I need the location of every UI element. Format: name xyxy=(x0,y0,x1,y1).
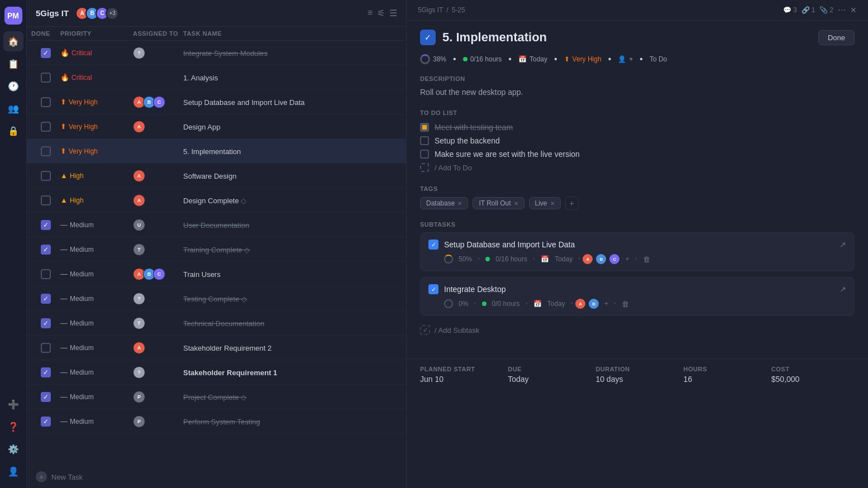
task-checkbox[interactable]: ✓ xyxy=(41,367,51,377)
menu-icon[interactable]: ☰ xyxy=(389,8,397,18)
sidebar-icon-lock[interactable]: 🔒 xyxy=(3,121,23,141)
task-row[interactable]: ✓—Medium?Stakeholder Requirement 1 xyxy=(27,360,406,385)
add-task-row[interactable]: + New Task xyxy=(27,466,406,488)
meta-progress[interactable]: 38% xyxy=(420,54,446,64)
sidebar-icon-profile[interactable]: 👤 xyxy=(3,461,23,481)
close-icon[interactable]: ✕ xyxy=(850,6,857,15)
sidebar-icon-home[interactable]: 🏠 xyxy=(3,31,23,51)
subtask-title-2[interactable]: Integrate Desktop xyxy=(444,285,506,294)
sidebar-icon-tasks[interactable]: 📋 xyxy=(3,54,23,74)
task-row[interactable]: —MediumAStakeholder Requirement 2 xyxy=(27,336,406,360)
task-row[interactable]: —MediumABCTrain Users xyxy=(27,262,406,286)
tag-live[interactable]: Live ✕ xyxy=(529,197,561,209)
task-row[interactable]: ✓🔥Critical?Integrate System Modules xyxy=(27,41,406,65)
subtask-check-2[interactable]: ✓ xyxy=(428,284,438,294)
task-row[interactable]: ⬆Very HighABCSetup Database and Import L… xyxy=(27,90,406,114)
sidebar-icon-team[interactable]: 👥 xyxy=(3,98,23,118)
subtask-delete-1[interactable]: 🗑 xyxy=(643,255,650,264)
task-checkbox[interactable] xyxy=(41,146,51,156)
task-row[interactable]: ▲HighASoftware Design xyxy=(27,164,406,188)
task-row[interactable]: 🔥Critical1. Analysis xyxy=(27,65,406,90)
task-checkbox[interactable] xyxy=(41,73,51,83)
sidebar-icon-add[interactable]: ➕ xyxy=(3,394,23,414)
todo-check-1[interactable] xyxy=(420,123,429,132)
task-checkbox[interactable] xyxy=(41,171,51,181)
subtask-add-2[interactable]: + xyxy=(604,300,608,308)
breadcrumb-sprint[interactable]: 5-25 xyxy=(452,6,465,14)
task-checkbox[interactable]: ✓ xyxy=(41,220,51,230)
description-label: DESCRIPTION xyxy=(420,75,855,82)
duration-value[interactable]: 10 days xyxy=(595,375,679,384)
task-checkbox[interactable]: ✓ xyxy=(41,392,51,402)
hours-value-bottom[interactable]: 16 xyxy=(684,375,767,384)
list-icon[interactable]: ≡ xyxy=(368,8,373,18)
task-main-title[interactable]: 5. Implementation xyxy=(442,30,547,45)
subtask-title-1[interactable]: Setup Database and Import Live Data xyxy=(444,240,575,249)
add-task-icon[interactable]: + xyxy=(36,471,47,482)
done-button[interactable]: Done xyxy=(818,30,855,45)
subtask-delete-2[interactable]: 🗑 xyxy=(622,300,629,308)
task-checkbox[interactable]: ✓ xyxy=(41,294,51,304)
col-priority[interactable]: PRIORITY xyxy=(60,30,133,37)
todo-check-3[interactable] xyxy=(420,150,429,159)
assign-add[interactable]: + xyxy=(629,55,633,63)
task-row[interactable]: ⬆Very High5. Implementation xyxy=(27,139,406,164)
subtask-link-1[interactable]: ↗ xyxy=(840,240,846,249)
task-checkbox[interactable] xyxy=(41,195,51,205)
todo-check-2[interactable] xyxy=(420,136,429,145)
add-subtask-row[interactable]: ✓ / Add Subtask xyxy=(420,322,855,338)
todo-item-1[interactable]: Meet with testing team xyxy=(420,121,855,134)
tag-database[interactable]: Database ✕ xyxy=(420,197,468,209)
links-count[interactable]: 🔗 1 xyxy=(802,6,815,14)
add-tag-button[interactable]: + xyxy=(565,197,579,210)
subtask-add-1[interactable]: + xyxy=(625,255,629,263)
tag-live-remove[interactable]: ✕ xyxy=(550,200,555,207)
meta-assign[interactable]: 👤 + xyxy=(618,55,633,63)
add-subtask-label[interactable]: / Add Subtask xyxy=(435,326,479,334)
add-task-label[interactable]: New Task xyxy=(51,473,83,481)
due-value[interactable]: Today xyxy=(508,375,591,384)
cost-value[interactable]: $50,000 xyxy=(771,375,855,384)
tag-itrollout-remove[interactable]: ✕ xyxy=(514,200,518,207)
todo-item-2[interactable]: Setup the backend xyxy=(420,134,855,147)
subtask-check-1[interactable]: ✓ xyxy=(428,240,438,250)
task-row[interactable]: ✓—Medium?Testing Complete ◇ xyxy=(27,286,406,311)
task-row[interactable]: ✓—MediumPProject Complete ◇ xyxy=(27,385,406,409)
meta-hours[interactable]: 0/16 hours xyxy=(463,55,502,63)
add-todo[interactable]: / Add To Do xyxy=(420,161,855,174)
meta-status[interactable]: To Do xyxy=(650,55,667,63)
tag-database-remove[interactable]: ✕ xyxy=(457,200,462,207)
app-logo[interactable]: PM xyxy=(4,7,22,25)
breadcrumb-project[interactable]: 5Gigs IT xyxy=(418,6,443,14)
subtask-link-2[interactable]: ↗ xyxy=(840,285,846,294)
task-row[interactable]: ⬆Very HighADesign App xyxy=(27,114,406,139)
priority-label: Medium xyxy=(70,295,94,303)
description-text[interactable]: Roll out the new desktop app. xyxy=(420,87,855,98)
task-checkbox[interactable] xyxy=(41,122,51,132)
tag-itrollout[interactable]: IT Roll Out ✕ xyxy=(473,197,524,209)
task-row[interactable]: ▲HighADesign Complete ◇ xyxy=(27,188,406,213)
more-icon[interactable]: ⋯ xyxy=(838,6,846,15)
sidebar-icon-time[interactable]: 🕐 xyxy=(3,76,23,96)
sidebar-icon-help[interactable]: ❓ xyxy=(3,417,23,437)
sidebar-icon-settings[interactable]: ⚙️ xyxy=(3,439,23,459)
task-row[interactable]: ✓—MediumUUser Documentation xyxy=(27,213,406,237)
task-checkbox[interactable]: ✓ xyxy=(41,318,51,328)
task-row[interactable]: ✓—MediumTTraining Complete ◇ xyxy=(27,237,406,262)
task-row[interactable]: ✓—MediumTTechnical Documentation xyxy=(27,311,406,336)
task-checkbox[interactable] xyxy=(41,343,51,353)
comments-count[interactable]: 💬 3 xyxy=(783,6,797,14)
attachments-count[interactable]: 📎 2 xyxy=(819,6,833,14)
meta-priority[interactable]: ⬆ Very High xyxy=(564,55,602,63)
meta-date[interactable]: 📅 Today xyxy=(518,55,547,63)
task-checkbox[interactable] xyxy=(41,97,51,107)
task-checkbox[interactable]: ✓ xyxy=(41,417,51,427)
add-todo-label[interactable]: / Add To Do xyxy=(435,164,472,172)
task-checkbox[interactable] xyxy=(41,269,51,279)
planned-start-value[interactable]: Jun 10 xyxy=(420,375,503,384)
task-checkbox[interactable]: ✓ xyxy=(41,245,51,255)
todo-item-3[interactable]: Make sure we are set with the live versi… xyxy=(420,147,855,161)
task-row[interactable]: ✓—MediumPPerform System Testing xyxy=(27,409,406,434)
chart-icon[interactable]: ⚟ xyxy=(377,8,385,18)
task-checkbox[interactable]: ✓ xyxy=(41,48,51,58)
